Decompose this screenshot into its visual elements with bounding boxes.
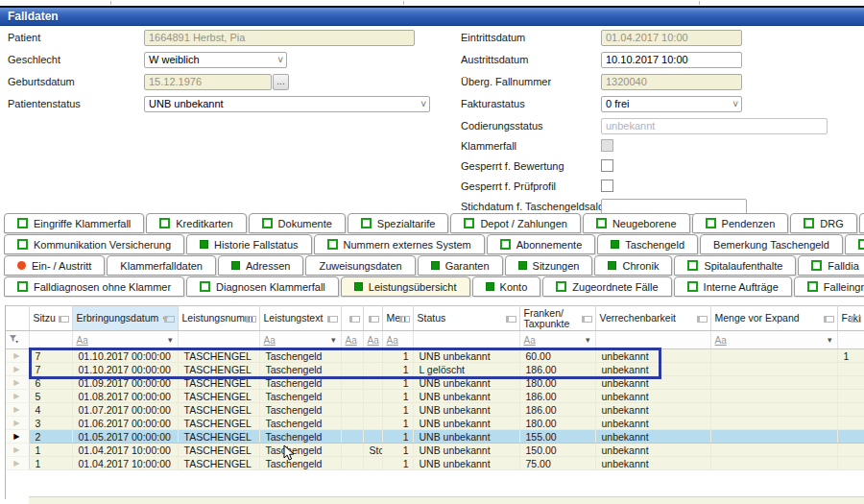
tab-kreditkarten[interactable]: Kreditkarten	[146, 213, 246, 233]
cell-verrechenbarkeit[interactable]: unbekannt	[595, 430, 710, 444]
column-pin-icon[interactable]	[164, 316, 175, 323]
column-header-col-a[interactable]	[341, 306, 363, 331]
cell-sitzung[interactable]: 4	[29, 403, 72, 417]
cell-verrechenbarkeit[interactable]: unbekannt	[595, 363, 710, 376]
cell-col-a[interactable]	[341, 403, 363, 417]
row-indicator-icon[interactable]: ▶	[5, 376, 29, 390]
cell-fakt[interactable]: 1	[837, 349, 864, 363]
cell-menge-vor-expand[interactable]	[710, 457, 837, 470]
cell-menge[interactable]: 1	[382, 430, 413, 444]
row-indicator-icon[interactable]: ▶	[5, 349, 29, 363]
cell-menge[interactable]: 1	[382, 376, 413, 390]
filter-dropdown-icon[interactable]: ▾	[828, 335, 832, 345]
geschlecht-field[interactable]: W weiblich˅	[144, 52, 287, 68]
tab-spitalaufenthalte[interactable]: Spitalaufenthalte	[674, 255, 796, 276]
column-pin-icon[interactable]	[582, 316, 592, 323]
row-indicator-icon[interactable]: ▶	[5, 417, 29, 430]
cell-erbringungsdatum[interactable]: 01.10.2017 00:00:00	[72, 363, 178, 376]
cell-fakt[interactable]	[837, 430, 864, 444]
cell-erbringungsdatum[interactable]: 01.07.2017 00:00:00	[72, 403, 178, 417]
cell-status[interactable]: UNB unbekannt	[413, 457, 519, 470]
fakturastatus-field[interactable]: 0 frei˅	[601, 96, 742, 112]
cell-verrechenbarkeit[interactable]: unbekannt	[595, 444, 710, 457]
tab-kommunikation-versicherung[interactable]: Kommunikation Versicherung	[4, 234, 184, 254]
cell-col-a[interactable]	[341, 444, 363, 457]
cell-menge[interactable]: 1	[382, 363, 413, 376]
tab-leistungsubersicht[interactable]: Leistungsübersicht	[341, 276, 470, 297]
column-header-menge[interactable]: Men	[382, 306, 413, 331]
geburtsdatum-lookup-button[interactable]: ...	[273, 74, 289, 90]
tab-ein-austritt[interactable]: Ein- / Austritt	[4, 255, 105, 276]
cell-menge[interactable]: 1	[382, 349, 413, 363]
cell-verrechenbarkeit[interactable]: unbekannt	[595, 390, 710, 403]
cell-status[interactable]: UNB unbekannt	[413, 390, 519, 403]
cell-menge-vor-expand[interactable]	[710, 430, 837, 444]
cell-leistungsnummer[interactable]: TASCHENGEL	[178, 457, 259, 470]
cell-verrechenbarkeit[interactable]: unbekannt	[595, 457, 710, 470]
cell-sitzung[interactable]: 3	[29, 417, 72, 430]
tab-bfs-me[interactable]: BfS-Me	[859, 213, 864, 233]
cell-sitzung[interactable]: 1	[29, 457, 72, 470]
tab-klammerfalldaten[interactable]: Klammerfalldaten	[107, 255, 216, 276]
cell-col-b[interactable]	[363, 363, 382, 376]
cell-verrechenbarkeit[interactable]: unbekannt	[595, 403, 710, 417]
grid-row[interactable]: ▶401.07.2017 00:00:00TASCHENGELTaschenge…	[5, 403, 864, 417]
cell-leistungstext[interactable]: Taschengeld	[259, 457, 341, 470]
cell-leistungsnummer[interactable]: TASCHENGEL	[178, 376, 259, 390]
cell-sitzung[interactable]: 5	[29, 390, 72, 403]
column-header-menge-vor-expand[interactable]: Menge vor Expand	[710, 306, 837, 331]
tab-diagnosen-klammerfall[interactable]: Diagnosen Klammerfall	[186, 276, 339, 297]
grid-row[interactable]: ▶501.08.2017 00:00:00TASCHENGELTaschenge…	[5, 390, 864, 403]
filter-aa-icon[interactable]: Aa	[368, 335, 379, 346]
chevron-down-icon[interactable]: ˅	[420, 98, 426, 111]
cell-menge[interactable]: 1	[382, 457, 413, 470]
cell-sitzung[interactable]: 6	[29, 376, 72, 390]
tab-zugeordnete-falle[interactable]: Zugeordnete Fälle	[542, 276, 671, 297]
tab-adressen[interactable]: Adressen	[218, 255, 303, 276]
cell-leistungsnummer[interactable]: TASCHENGEL	[178, 390, 259, 403]
cell-leistungstext[interactable]: Taschengeld	[259, 403, 341, 417]
chevron-down-icon[interactable]: ˅	[277, 54, 283, 67]
cell-col-a[interactable]	[341, 417, 363, 430]
cell-sitzung[interactable]: 2	[29, 430, 72, 444]
filter-cell-menge[interactable]: Aa	[382, 331, 413, 349]
grid-row[interactable]: ▶701.10.2017 00:00:00TASCHENGELTaschenge…	[5, 363, 864, 376]
row-focus-arrow-icon[interactable]: ▶	[5, 430, 29, 444]
cell-leistungsnummer[interactable]: TASCHENGEL	[178, 363, 259, 376]
austrittsdatum-field[interactable]: 10.10.2017 10:00	[601, 52, 742, 68]
cell-status[interactable]: UNB unbekannt	[413, 417, 519, 430]
tab-nummern-externes-system[interactable]: Nummern externes System	[314, 234, 485, 254]
grid-row[interactable]: ▶701.10.2017 00:00:00TASCHENGELTaschenge…	[5, 349, 864, 363]
column-header-status[interactable]: Status	[413, 306, 519, 331]
cell-erbringungsdatum[interactable]: 01.09.2017 00:00:00	[72, 376, 178, 390]
patientenstatus-field[interactable]: UNB unbekannt˅	[144, 96, 430, 112]
cell-status[interactable]: L gelöscht	[413, 363, 519, 376]
column-pin-icon[interactable]	[349, 316, 360, 323]
cell-fakt[interactable]	[837, 417, 864, 430]
cell-status[interactable]: UNB unbekannt	[413, 376, 519, 390]
cell-leistungstext[interactable]: Taschengeld	[259, 444, 341, 457]
cell-fakt[interactable]	[837, 376, 864, 390]
cell-verrechenbarkeit[interactable]: unbekannt	[595, 349, 710, 363]
filter-aa-icon[interactable]: Aa	[346, 335, 357, 346]
cell-menge-vor-expand[interactable]	[710, 376, 837, 390]
cell-leistungstext[interactable]: Taschengeld	[259, 349, 341, 363]
filter-aa-icon[interactable]: Aa	[387, 335, 398, 346]
cell-erbringungsdatum[interactable]: 01.06.2017 00:00:00	[72, 417, 178, 430]
filter-dropdown-icon[interactable]: ▾	[586, 335, 590, 345]
filter-dropdown-icon[interactable]: ▾	[331, 335, 336, 345]
cell-erbringungsdatum[interactable]: 01.04.2017 10:00:00	[72, 457, 178, 470]
cell-menge[interactable]: 1	[382, 417, 413, 430]
cell-leistungsnummer[interactable]: TASCHENGEL	[178, 417, 259, 430]
filter-aa-icon[interactable]: Aa	[77, 335, 88, 346]
cell-leistungsnummer[interactable]: TASCHENGEL	[178, 444, 259, 457]
column-pin-icon[interactable]	[697, 316, 708, 323]
tab-neugeborene[interactable]: Neugeborene	[583, 213, 690, 233]
column-header-erbringungsdatum[interactable]: Erbringungsdatum▼	[72, 306, 178, 331]
cell-franken-taxpunkte[interactable]: 180.00	[519, 376, 595, 390]
cell-fakt[interactable]	[837, 390, 864, 403]
cell-menge-vor-expand[interactable]	[710, 349, 837, 363]
cell-col-b[interactable]	[363, 457, 382, 470]
tab-garanten[interactable]: Garanten	[418, 255, 503, 276]
cell-leistungstext[interactable]: Taschengeld	[259, 390, 341, 403]
